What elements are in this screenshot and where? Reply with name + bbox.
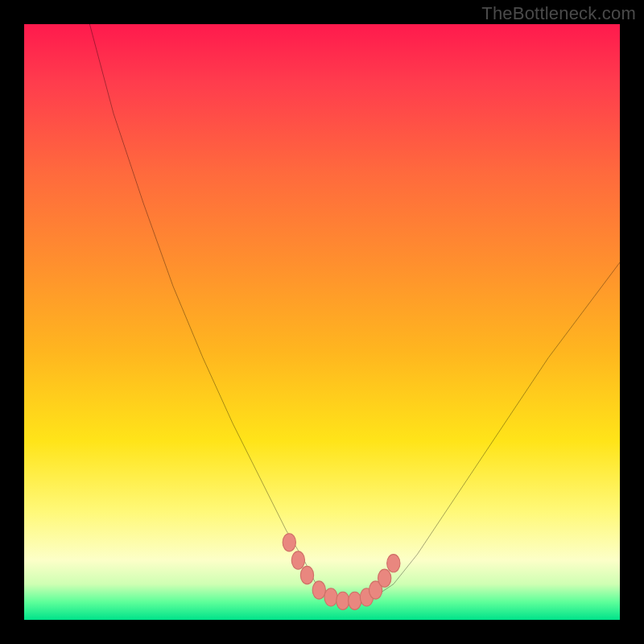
bottleneck-curve: [89, 24, 620, 602]
curve-marker: [283, 534, 295, 551]
chart-frame: TheBottleneck.com: [0, 0, 644, 644]
curve-markers: [283, 534, 400, 610]
watermark-text: TheBottleneck.com: [481, 3, 636, 24]
curve-marker: [312, 581, 325, 599]
bottleneck-curve-svg: [24, 24, 620, 620]
plot-area: [24, 24, 620, 620]
curve-marker: [336, 592, 349, 609]
curve-marker: [349, 592, 361, 609]
curve-marker: [378, 569, 391, 587]
curve-marker: [291, 551, 304, 569]
curve-marker: [300, 566, 313, 584]
curve-marker: [387, 555, 400, 572]
curve-marker: [324, 588, 337, 606]
